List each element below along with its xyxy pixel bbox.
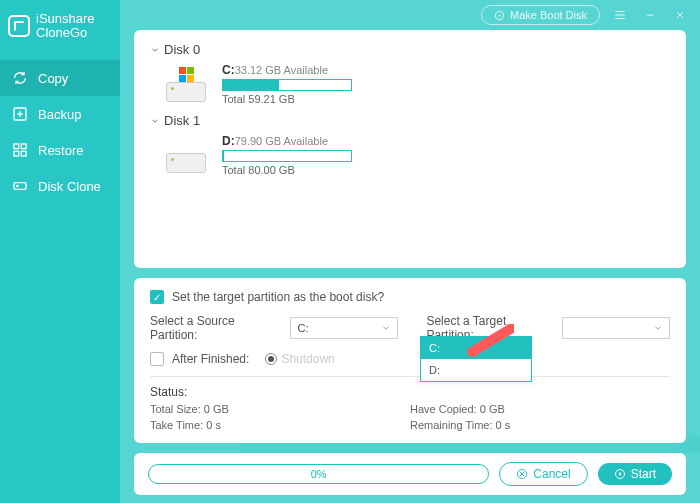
chevron-down-icon	[381, 323, 391, 333]
status-total-size: Total Size: 0 GB	[150, 403, 410, 415]
drive-icon	[164, 137, 208, 173]
disk-block-1: Disk 1 D:79.90 GB Available Total 80.00 …	[150, 111, 670, 176]
set-boot-checkbox[interactable]: ✓	[150, 290, 164, 304]
drive-icon	[164, 66, 208, 102]
nav-label: Backup	[38, 107, 81, 122]
target-partition-dropdown[interactable]	[562, 317, 670, 339]
start-button[interactable]: Start	[598, 463, 672, 485]
svg-rect-1	[14, 144, 19, 149]
partition-row[interactable]: D:79.90 GB Available Total 80.00 GB	[150, 134, 670, 176]
content: Disk 0 C:33.12 GB Available Total 59.21 …	[120, 30, 700, 503]
disc-icon	[494, 10, 505, 21]
titlebar: Make Boot Disk	[120, 0, 700, 30]
make-boot-label: Make Boot Disk	[510, 9, 587, 21]
source-partition-dropdown[interactable]: C:	[290, 317, 398, 339]
chevron-down-icon	[150, 116, 160, 126]
svg-point-6	[17, 185, 18, 186]
status-take-time: Take Time: 0 s	[150, 419, 410, 431]
minimize-button[interactable]	[640, 5, 660, 25]
svg-rect-3	[14, 151, 19, 156]
after-finished-checkbox[interactable]	[150, 352, 164, 366]
minimize-icon	[644, 9, 656, 21]
source-dropdown-list: C: D:	[420, 336, 532, 382]
partition-row[interactable]: C:33.12 GB Available Total 59.21 GB	[150, 63, 670, 105]
usage-bar	[222, 79, 352, 91]
main-area: Make Boot Disk Disk 0	[120, 0, 700, 503]
close-button[interactable]	[670, 5, 690, 25]
shutdown-radio[interactable]	[265, 353, 277, 365]
start-label: Start	[631, 467, 656, 481]
disks-panel: Disk 0 C:33.12 GB Available Total 59.21 …	[134, 30, 686, 268]
menu-icon	[613, 8, 627, 22]
disk-title: Disk 0	[164, 42, 200, 57]
cancel-label: Cancel	[533, 467, 570, 481]
partition-total: Total 80.00 GB	[222, 164, 352, 176]
disk-block-0: Disk 0 C:33.12 GB Available Total 59.21 …	[150, 40, 670, 105]
make-boot-disk-button[interactable]: Make Boot Disk	[481, 5, 600, 25]
menu-button[interactable]	[610, 5, 630, 25]
disk-header[interactable]: Disk 0	[150, 40, 670, 61]
nav-restore[interactable]: Restore	[0, 132, 120, 168]
disk-header[interactable]: Disk 1	[150, 111, 670, 132]
nav: Copy Backup Restore Disk Clone	[0, 60, 120, 204]
partition-info: C:33.12 GB Available Total 59.21 GB	[222, 63, 352, 105]
cancel-icon	[516, 468, 528, 480]
svg-point-8	[499, 14, 501, 16]
cancel-button[interactable]: Cancel	[499, 462, 587, 486]
progress-value: 0%	[311, 468, 327, 480]
divider	[150, 376, 670, 377]
nav-backup[interactable]: Backup	[0, 96, 120, 132]
disk-title: Disk 1	[164, 113, 200, 128]
svg-rect-5	[14, 183, 26, 190]
after-finished-label: After Finished:	[172, 352, 249, 366]
status-heading: Status:	[150, 385, 670, 399]
logo-icon	[8, 15, 30, 37]
app-logo: iSunshare CloneGo	[0, 8, 120, 52]
status-block: Status: Total Size: 0 GB Have Copied: 0 …	[150, 385, 670, 431]
plus-box-icon	[12, 106, 28, 122]
sidebar: iSunshare CloneGo Copy Backup	[0, 0, 120, 503]
svg-rect-2	[21, 144, 26, 149]
svg-rect-4	[21, 151, 26, 156]
partition-info: D:79.90 GB Available Total 80.00 GB	[222, 134, 352, 176]
disk-icon	[12, 178, 28, 194]
chevron-down-icon	[653, 323, 663, 333]
nav-label: Restore	[38, 143, 84, 158]
app-window: iSunshare CloneGo Copy Backup	[0, 0, 700, 503]
source-value: C:	[297, 322, 308, 334]
dropdown-option-c[interactable]: C:	[421, 337, 531, 359]
footer-panel: 0% Cancel Start	[134, 453, 686, 495]
shutdown-label: Shutdown	[281, 352, 334, 366]
usage-bar	[222, 150, 352, 162]
nav-disk-clone[interactable]: Disk Clone	[0, 168, 120, 204]
status-have-copied: Have Copied: 0 GB	[410, 403, 670, 415]
set-boot-label: Set the target partition as the boot dis…	[172, 290, 384, 304]
windows-icon	[178, 66, 194, 82]
dropdown-option-d[interactable]: D:	[421, 359, 531, 381]
nav-label: Disk Clone	[38, 179, 101, 194]
sync-icon	[12, 70, 28, 86]
source-label: Select a Source Partition:	[150, 314, 282, 342]
progress-bar: 0%	[148, 464, 489, 484]
chevron-down-icon	[150, 45, 160, 55]
status-remaining-time: Remaining Time: 0 s	[410, 419, 670, 431]
close-icon	[674, 9, 686, 21]
partition-total: Total 59.21 GB	[222, 93, 352, 105]
grid-icon	[12, 142, 28, 158]
app-title: iSunshare CloneGo	[36, 12, 95, 40]
options-panel: ✓ Set the target partition as the boot d…	[134, 278, 686, 443]
nav-label: Copy	[38, 71, 68, 86]
play-icon	[614, 468, 626, 480]
nav-copy[interactable]: Copy	[0, 60, 120, 96]
